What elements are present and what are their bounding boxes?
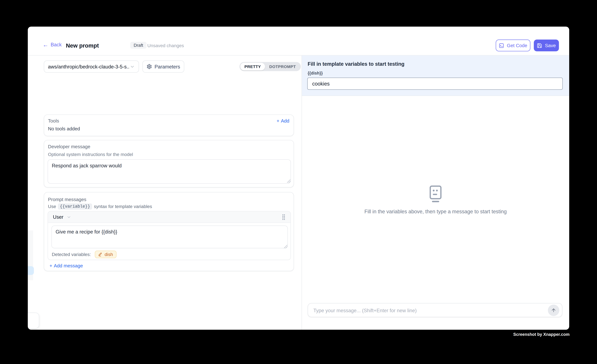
role-selector[interactable]: User	[53, 214, 71, 220]
hint-suffix: syntax for template variables	[94, 204, 152, 209]
unsaved-changes-text: Unsaved changes	[147, 43, 184, 48]
message-content-textarea[interactable]: Give me a recipe for {{dish}}	[51, 226, 288, 248]
drag-handle-icon[interactable]	[282, 214, 286, 220]
pencil-icon	[98, 252, 103, 257]
empty-state-caption: Fill in the variables above, then type a…	[364, 209, 507, 214]
developer-message-card: Developer message Optional system instru…	[44, 140, 294, 188]
toggle-pretty[interactable]: PRETTY	[240, 63, 265, 70]
variable-value-input[interactable]	[307, 77, 563, 90]
variable-name-label: {{dish}}	[308, 71, 323, 75]
variable-badge-dish[interactable]: dish	[95, 250, 116, 258]
variable-badge-label: dish	[105, 252, 113, 257]
toggle-dotprompt[interactable]: DOTPROMPT	[265, 63, 300, 70]
model-selector[interactable]: aws/anthropic/bedrock-claude-3-5-s...	[44, 61, 139, 73]
sidebar-active-item-fragment	[28, 266, 34, 275]
role-label: User	[53, 214, 63, 220]
save-label: Save	[545, 43, 556, 48]
tools-empty-text: No tools added	[48, 126, 80, 132]
robot-face-icon	[428, 185, 443, 203]
add-message-label: Add message	[54, 263, 83, 268]
template-variables-panel: Fill in template variables to start test…	[302, 56, 569, 96]
page-title: New prompt	[66, 42, 99, 49]
gear-icon	[147, 64, 152, 69]
save-floppy-icon	[537, 43, 542, 48]
hint-prefix: Use	[48, 204, 56, 209]
detected-variables-row: Detected variables: dish	[52, 250, 116, 258]
back-arrow-icon: ←	[43, 42, 48, 47]
up-arrow-icon	[551, 308, 556, 313]
prompt-messages-title: Prompt messages	[48, 197, 86, 202]
chat-empty-state: Fill in the variables above, then type a…	[302, 185, 569, 214]
tools-card: Tools + Add No tools added	[44, 114, 294, 136]
developer-message-textarea[interactable]: Respond as jack sparrow would	[48, 159, 291, 184]
terminal-icon	[499, 43, 504, 48]
popover-fragment	[28, 313, 39, 329]
message-block: User Give me a recipe for {{dish}}	[48, 211, 291, 260]
prompt-tester-pane: Fill in template variables to start test…	[301, 56, 569, 330]
chat-message-input[interactable]	[313, 303, 505, 318]
back-button[interactable]: ← Back	[43, 42, 62, 48]
add-tool-label: Add	[281, 118, 289, 124]
tester-title: Fill in template variables to start test…	[308, 61, 404, 67]
header: ← Back New prompt Draft Unsaved changes …	[28, 27, 569, 55]
developer-message-title: Developer message	[48, 144, 90, 150]
format-toggle: PRETTY DOTPROMPT	[239, 62, 301, 71]
prompt-messages-card: Prompt messages Use {{variable}} syntax …	[44, 192, 294, 271]
back-label: Back	[51, 42, 62, 48]
message-header-row: User	[48, 212, 291, 223]
variable-syntax-chip: {{variable}}	[58, 203, 92, 210]
send-button[interactable]	[548, 305, 559, 316]
plus-icon: +	[276, 118, 279, 124]
tools-title: Tools	[48, 118, 59, 124]
parameters-button[interactable]: Parameters	[142, 61, 184, 73]
watermark-text: Screenshot by Xnapper.com	[513, 332, 570, 337]
developer-message-subtitle: Optional system instructions for the mod…	[48, 152, 133, 157]
plus-icon: +	[49, 263, 52, 268]
status-badge: Draft	[130, 42, 147, 49]
get-code-button[interactable]: Get Code	[496, 40, 530, 51]
add-tool-button[interactable]: + Add	[276, 118, 289, 124]
detected-variables-label: Detected variables:	[52, 252, 91, 257]
add-message-button[interactable]: + Add message	[49, 263, 83, 268]
parameters-label: Parameters	[155, 64, 180, 69]
prompt-messages-hint: Use {{variable}} syntax for template var…	[48, 203, 152, 210]
save-button[interactable]: Save	[534, 40, 559, 51]
app-window: ← Back New prompt Draft Unsaved changes …	[28, 27, 569, 330]
chevron-down-icon	[67, 215, 71, 219]
prompt-editor-pane: aws/anthropic/bedrock-claude-3-5-s... Pa…	[28, 56, 302, 330]
chat-composer	[308, 303, 562, 317]
get-code-label: Get Code	[507, 43, 527, 48]
chevron-down-icon	[130, 64, 135, 69]
screenshot-canvas: ← Back New prompt Draft Unsaved changes …	[0, 0, 597, 364]
model-selector-value: aws/anthropic/bedrock-claude-3-5-s...	[48, 64, 130, 69]
